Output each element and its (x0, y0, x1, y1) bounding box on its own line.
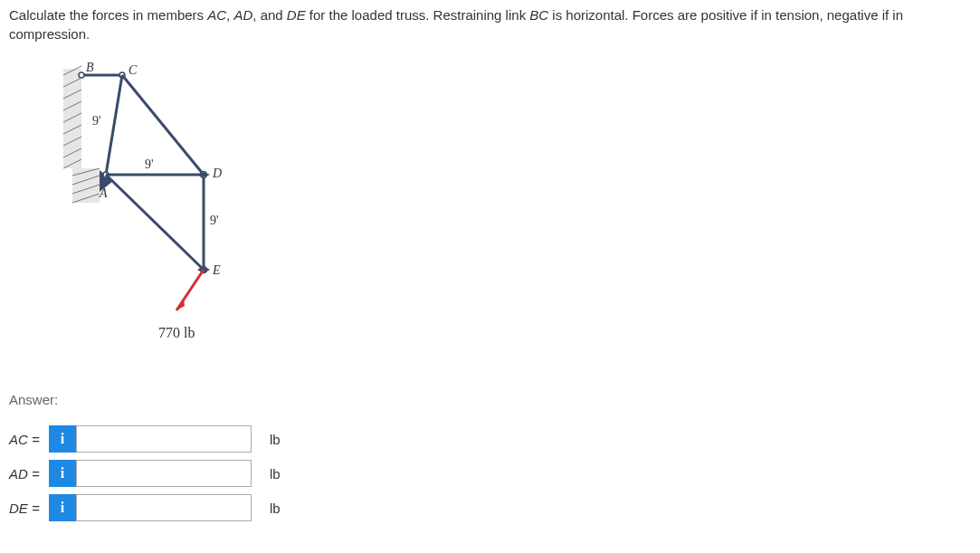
answer-section: Answer: AC = i lb AD = i lb DE = i lb (9, 390, 971, 521)
answer-row-ac: AC = i lb (9, 425, 971, 453)
label-D: D (212, 167, 222, 180)
answer-row-de: DE = i lb (9, 494, 971, 521)
info-icon[interactable]: i (49, 460, 76, 487)
svg-marker-26 (197, 172, 210, 177)
svg-line-24 (106, 175, 204, 270)
problem-statement: Calculate the forces in members AC, AD, … (9, 5, 971, 43)
label-C: C (128, 63, 138, 77)
info-icon[interactable]: i (49, 425, 76, 453)
unit-label: lb (270, 430, 281, 449)
svg-marker-30 (176, 299, 185, 310)
label-E: E (212, 263, 221, 277)
dim-ad: 9' (145, 157, 154, 171)
answer-input-de[interactable] (76, 494, 252, 521)
answer-label-de: DE = (9, 499, 43, 518)
dim-bc-vertical: 9' (92, 114, 101, 128)
unit-label: lb (270, 464, 281, 483)
answer-row-ad: AD = i lb (9, 460, 971, 487)
load-label: 770 lb (158, 325, 195, 340)
truss-figure: B C A D E 9' 9' 9' 770 lb (45, 62, 971, 365)
dim-de: 9' (210, 214, 219, 227)
label-A: A (99, 186, 108, 200)
answer-label-ac: AC = (9, 430, 43, 449)
answer-label-ad: AD = (9, 464, 43, 483)
answer-heading: Answer: (9, 390, 971, 409)
label-B: B (86, 62, 94, 74)
info-icon[interactable]: i (49, 494, 76, 521)
answer-input-ac[interactable] (76, 425, 252, 453)
unit-label: lb (270, 499, 281, 518)
answer-input-ad[interactable] (76, 460, 252, 487)
svg-line-19 (122, 75, 204, 175)
svg-line-18 (106, 75, 122, 175)
svg-point-16 (79, 72, 84, 78)
